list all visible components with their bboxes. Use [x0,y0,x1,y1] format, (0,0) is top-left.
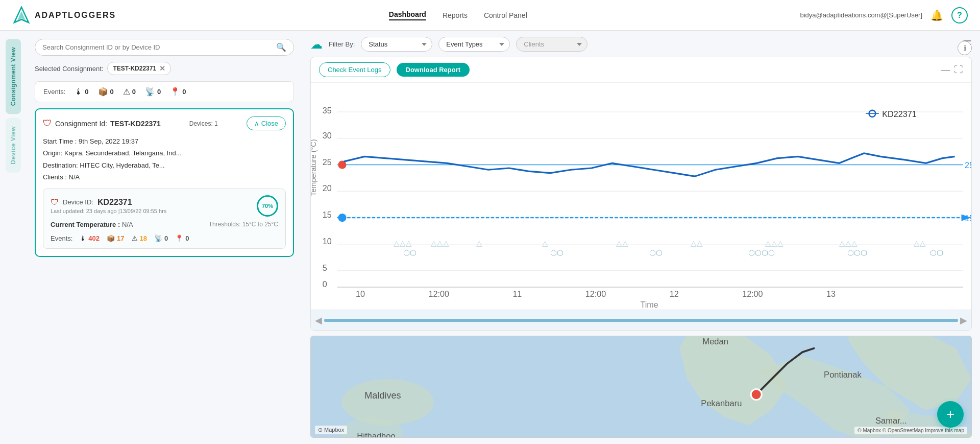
user-email: bidya@adaptideations.com@[SuperUser] [800,11,922,19]
event-shock: 📦 0 [98,87,114,97]
dev-signal-val: 0 [164,235,168,242]
download-report-button[interactable]: Download Report [397,63,470,77]
svg-text:△△: △△ [914,239,926,247]
card-alert-icon: 🛡 [43,118,52,129]
check-event-logs-button[interactable]: Check Event Logs [319,62,390,77]
nav-control-panel[interactable]: Control Panel [484,11,527,19]
card-body: Start Time : 9th Sep, 2022 19:37 Origin:… [43,135,286,183]
events-row-label: Events: [43,88,65,96]
nav-dashboard[interactable]: Dashboard [389,10,426,20]
map-container: Maldives Hithadhoo Medan Pekanbaru Ponti… [310,336,972,438]
header-right: bidya@adaptideations.com@[SuperUser] 🔔 ? [800,7,968,24]
event-types-filter[interactable]: Event Types [438,37,510,52]
svg-text:△△△: △△△ [765,239,783,247]
device-id-section: 🛡 Device ID: KD22371 Last updated: 23 da… [51,198,166,214]
range-slider: ◀ ▶ [311,310,971,330]
clients-filter[interactable]: Clients [516,37,587,52]
location-icon: 📍 [170,87,180,97]
svg-text:△△: △△ [616,239,628,247]
svg-text:Temperature (°C): Temperature (°C) [311,139,317,196]
upload-icon[interactable]: ☁ [310,37,323,52]
dev-shock-val: 17 [117,235,124,242]
app-header: ADAPTLOGGERS Dashboard Reports Control P… [0,0,980,31]
dev-event-temp: 🌡 402 [80,235,100,242]
selected-tag-value: TEST-KD22371 [113,65,156,72]
svg-text:⬡⬡: ⬡⬡ [550,249,564,257]
dev-event-shock: 📦 17 [107,235,124,242]
svg-text:⬡⬡: ⬡⬡ [403,249,416,257]
device-alert-icon: 🛡 [51,198,59,207]
events-row: Events: 🌡 0 📦 0 ⚠ 0 📡 0 📍 0 [35,81,294,102]
chart-container: Check Event Logs Download Report — ⛶ 35 … [310,57,972,331]
svg-text:0: 0 [323,279,327,289]
svg-text:12: 12 [670,289,679,298]
svg-text:12:00: 12:00 [742,289,763,298]
signal-icon: 📡 [145,87,155,97]
nav-reports[interactable]: Reports [443,11,468,19]
main-layout: Consignment View Device View 🔍 Selected … [0,31,980,444]
svg-text:12:00: 12:00 [428,289,449,298]
dev-event-signal: 📡 0 [154,235,168,242]
svg-text:△△△: △△△ [839,239,857,247]
range-fill [324,319,958,322]
search-input[interactable] [42,43,272,51]
svg-text:Medan: Medan [702,337,728,346]
svg-text:10: 10 [356,289,365,298]
battery-indicator: 70% [257,195,278,217]
sidebar-tabs: Consignment View Device View [0,31,27,444]
dev-event-warning: ⚠ 18 [132,235,147,242]
event-shock-val: 0 [110,88,114,96]
svg-text:△: △ [476,239,482,247]
device-last-updated: Last updated: 23 days ago |13/09/22 09:5… [51,208,166,214]
clients-row: Clients : N/A [43,171,286,183]
info-button[interactable]: ℹ [958,41,972,55]
event-signal-val: 0 [157,88,161,96]
device-id-row: 🛡 Device ID: KD22371 [51,198,166,207]
dev-location-val: 0 [185,235,189,242]
close-consignment-button[interactable]: ∧ Close [247,116,286,130]
device-header: 🛡 Device ID: KD22371 Last updated: 23 da… [51,195,278,217]
svg-point-33 [338,214,346,222]
left-panel: 🔍 Selected Consignment: TEST-KD22371 ✕ E… [27,31,302,444]
range-track[interactable] [324,319,958,322]
svg-text:△△△: △△△ [394,239,412,247]
consignment-view-tab[interactable]: Consignment View [6,39,21,114]
mapbox-logo: ⊙ Mapbox [315,426,347,434]
tag-close-icon[interactable]: ✕ [159,64,165,73]
svg-text:⬡⬡⬡⬡: ⬡⬡⬡⬡ [748,249,775,257]
dev-location-icon: 📍 [175,235,183,242]
svg-text:20: 20 [323,183,332,193]
thresholds-label: Thresholds: 15°C to 25°C [209,221,278,228]
logo-icon [12,6,31,25]
device-view-tab[interactable]: Device View [6,118,21,173]
range-left-arrow[interactable]: ◀ [315,315,322,326]
dev-warning-icon: ⚠ [132,235,138,242]
chevron-up-icon: ∧ [254,120,259,127]
temp-icon: 🌡 [75,87,83,97]
svg-text:△△△: △△△ [431,239,449,247]
bell-icon[interactable]: 🔔 [930,9,943,21]
search-bar: 🔍 [35,39,294,56]
event-warning: ⚠ 0 [123,87,136,97]
svg-text:Time: Time [641,300,658,309]
svg-text:30: 30 [323,131,332,140]
svg-text:⬡⬡: ⬡⬡ [649,249,663,257]
minimize-chart-button[interactable]: — [941,64,950,75]
status-filter[interactable]: Status [361,37,432,52]
selected-consignment-row: Selected Consignment: TEST-KD22371 ✕ [35,62,294,75]
help-button[interactable]: ? [951,7,968,24]
svg-text:15: 15 [965,214,971,223]
range-right-arrow[interactable]: ▶ [960,315,967,326]
dev-event-location: 📍 0 [175,235,189,242]
map-attribution: © Mapbox © OpenStreetMap Improve this ma… [854,427,967,434]
expand-chart-button[interactable]: ⛶ [954,64,963,75]
map-svg: Maldives Hithadhoo Medan Pekanbaru Ponti… [311,336,971,437]
selected-label-text: Selected Consignment: [35,65,103,73]
search-icon[interactable]: 🔍 [276,42,286,52]
fab-add-button[interactable]: + [937,401,964,428]
device-id-label: Device ID: [63,198,93,206]
svg-text:⬡⬡: ⬡⬡ [930,249,943,257]
svg-text:Pontianak: Pontianak [824,370,862,380]
chart-header: Check Event Logs Download Report — ⛶ [311,57,971,83]
origin-row: Origin: Kapra, Secunderabad, Telangana, … [43,147,286,159]
